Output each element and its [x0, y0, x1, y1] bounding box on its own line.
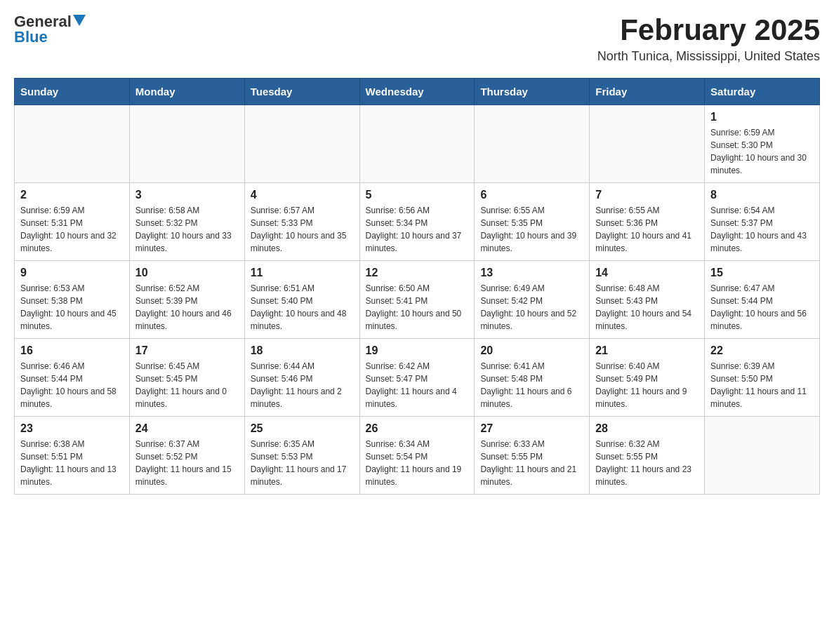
logo-arrow-icon — [73, 15, 86, 26]
calendar-day-header: Tuesday — [244, 79, 359, 105]
calendar-day-cell — [244, 105, 359, 183]
calendar-day-cell — [590, 105, 705, 183]
day-number: 5 — [366, 189, 469, 201]
day-number: 1 — [710, 111, 814, 123]
calendar-day-cell: 8Sunrise: 6:54 AMSunset: 5:37 PMDaylight… — [705, 183, 820, 261]
day-number: 6 — [480, 189, 583, 201]
calendar-day-cell: 7Sunrise: 6:55 AMSunset: 5:36 PMDaylight… — [590, 183, 705, 261]
day-info: Sunrise: 6:44 AMSunset: 5:46 PMDaylight:… — [251, 360, 354, 410]
day-info: Sunrise: 6:42 AMSunset: 5:47 PMDaylight:… — [366, 360, 469, 410]
day-number: 11 — [251, 267, 354, 279]
calendar-day-cell: 9Sunrise: 6:53 AMSunset: 5:38 PMDaylight… — [15, 261, 130, 339]
calendar-day-cell: 27Sunrise: 6:33 AMSunset: 5:55 PMDayligh… — [475, 417, 590, 495]
day-number: 12 — [366, 267, 469, 279]
day-info: Sunrise: 6:50 AMSunset: 5:41 PMDaylight:… — [366, 282, 469, 333]
day-number: 26 — [366, 422, 469, 435]
calendar-day-cell — [15, 105, 130, 183]
day-info: Sunrise: 6:53 AMSunset: 5:38 PMDaylight:… — [20, 282, 124, 333]
calendar-week-row: 9Sunrise: 6:53 AMSunset: 5:38 PMDaylight… — [15, 261, 820, 339]
calendar-week-row: 1Sunrise: 6:59 AMSunset: 5:30 PMDaylight… — [15, 105, 820, 183]
calendar-day-cell: 11Sunrise: 6:51 AMSunset: 5:40 PMDayligh… — [244, 261, 359, 339]
day-number: 23 — [20, 422, 124, 435]
day-info: Sunrise: 6:49 AMSunset: 5:42 PMDaylight:… — [480, 282, 583, 333]
day-number: 16 — [20, 344, 124, 357]
day-info: Sunrise: 6:37 AMSunset: 5:52 PMDaylight:… — [135, 438, 239, 488]
day-info: Sunrise: 6:57 AMSunset: 5:33 PMDaylight:… — [251, 204, 354, 255]
calendar-week-row: 16Sunrise: 6:46 AMSunset: 5:44 PMDayligh… — [15, 339, 820, 417]
location-title: North Tunica, Mississippi, United States — [597, 49, 820, 64]
day-info: Sunrise: 6:33 AMSunset: 5:55 PMDaylight:… — [480, 438, 583, 488]
calendar-day-cell: 12Sunrise: 6:50 AMSunset: 5:41 PMDayligh… — [359, 261, 475, 339]
day-number: 13 — [480, 267, 583, 279]
day-number: 18 — [251, 344, 354, 357]
calendar-day-cell: 16Sunrise: 6:46 AMSunset: 5:44 PMDayligh… — [15, 339, 130, 417]
logo-general-text: General — [14, 14, 72, 29]
calendar-day-cell: 19Sunrise: 6:42 AMSunset: 5:47 PMDayligh… — [359, 339, 475, 417]
day-info: Sunrise: 6:54 AMSunset: 5:37 PMDaylight:… — [710, 204, 814, 255]
day-number: 25 — [251, 422, 354, 435]
calendar-day-header: Thursday — [475, 79, 590, 105]
day-number: 19 — [366, 344, 469, 357]
day-number: 7 — [595, 189, 699, 201]
day-info: Sunrise: 6:52 AMSunset: 5:39 PMDaylight:… — [135, 282, 239, 333]
day-number: 3 — [135, 189, 239, 201]
calendar-week-row: 23Sunrise: 6:38 AMSunset: 5:51 PMDayligh… — [15, 417, 820, 495]
calendar-day-cell: 24Sunrise: 6:37 AMSunset: 5:52 PMDayligh… — [129, 417, 244, 495]
calendar-day-cell: 25Sunrise: 6:35 AMSunset: 5:53 PMDayligh… — [244, 417, 359, 495]
svg-marker-0 — [73, 15, 86, 26]
calendar-day-cell — [475, 105, 590, 183]
calendar-day-cell — [129, 105, 244, 183]
calendar-day-cell: 6Sunrise: 6:55 AMSunset: 5:35 PMDaylight… — [475, 183, 590, 261]
logo-blue-text: Blue — [14, 28, 48, 46]
day-info: Sunrise: 6:45 AMSunset: 5:45 PMDaylight:… — [135, 360, 239, 410]
day-info: Sunrise: 6:47 AMSunset: 5:44 PMDaylight:… — [710, 282, 814, 333]
calendar-week-row: 2Sunrise: 6:59 AMSunset: 5:31 PMDaylight… — [15, 183, 820, 261]
calendar-day-cell: 23Sunrise: 6:38 AMSunset: 5:51 PMDayligh… — [15, 417, 130, 495]
calendar-day-cell: 15Sunrise: 6:47 AMSunset: 5:44 PMDayligh… — [705, 261, 820, 339]
calendar-day-cell: 2Sunrise: 6:59 AMSunset: 5:31 PMDaylight… — [15, 183, 130, 261]
calendar-day-cell: 22Sunrise: 6:39 AMSunset: 5:50 PMDayligh… — [705, 339, 820, 417]
day-info: Sunrise: 6:46 AMSunset: 5:44 PMDaylight:… — [20, 360, 124, 410]
page-header: General Blue February 2025 North Tunica,… — [14, 14, 820, 64]
calendar-day-cell: 14Sunrise: 6:48 AMSunset: 5:43 PMDayligh… — [590, 261, 705, 339]
day-info: Sunrise: 6:59 AMSunset: 5:30 PMDaylight:… — [710, 126, 814, 177]
day-number: 20 — [480, 344, 583, 357]
day-number: 27 — [480, 422, 583, 435]
day-number: 22 — [710, 344, 814, 357]
calendar-day-cell: 13Sunrise: 6:49 AMSunset: 5:42 PMDayligh… — [475, 261, 590, 339]
calendar-header-row: SundayMondayTuesdayWednesdayThursdayFrid… — [15, 79, 820, 105]
day-number: 21 — [595, 344, 699, 357]
calendar-day-cell: 1Sunrise: 6:59 AMSunset: 5:30 PMDaylight… — [705, 105, 820, 183]
calendar-day-cell: 20Sunrise: 6:41 AMSunset: 5:48 PMDayligh… — [475, 339, 590, 417]
day-info: Sunrise: 6:58 AMSunset: 5:32 PMDaylight:… — [135, 204, 239, 255]
calendar-day-header: Monday — [129, 79, 244, 105]
logo: General Blue — [14, 14, 86, 45]
calendar-day-cell: 5Sunrise: 6:56 AMSunset: 5:34 PMDaylight… — [359, 183, 475, 261]
day-number: 2 — [20, 189, 124, 201]
calendar-table: SundayMondayTuesdayWednesdayThursdayFrid… — [14, 78, 820, 495]
day-info: Sunrise: 6:38 AMSunset: 5:51 PMDaylight:… — [20, 438, 124, 488]
calendar-day-header: Sunday — [15, 79, 130, 105]
calendar-day-header: Friday — [590, 79, 705, 105]
day-info: Sunrise: 6:59 AMSunset: 5:31 PMDaylight:… — [20, 204, 124, 255]
day-number: 10 — [135, 267, 239, 279]
calendar-day-header: Wednesday — [359, 79, 475, 105]
month-title: February 2025 — [597, 14, 820, 46]
day-number: 8 — [710, 189, 814, 201]
day-number: 14 — [595, 267, 699, 279]
day-info: Sunrise: 6:55 AMSunset: 5:36 PMDaylight:… — [595, 204, 699, 255]
day-info: Sunrise: 6:51 AMSunset: 5:40 PMDaylight:… — [251, 282, 354, 333]
day-number: 15 — [710, 267, 814, 279]
day-number: 28 — [595, 422, 699, 435]
calendar-day-cell: 18Sunrise: 6:44 AMSunset: 5:46 PMDayligh… — [244, 339, 359, 417]
day-info: Sunrise: 6:41 AMSunset: 5:48 PMDaylight:… — [480, 360, 583, 410]
day-number: 9 — [20, 267, 124, 279]
day-info: Sunrise: 6:39 AMSunset: 5:50 PMDaylight:… — [710, 360, 814, 410]
day-info: Sunrise: 6:32 AMSunset: 5:55 PMDaylight:… — [595, 438, 699, 488]
day-info: Sunrise: 6:48 AMSunset: 5:43 PMDaylight:… — [595, 282, 699, 333]
calendar-day-cell: 4Sunrise: 6:57 AMSunset: 5:33 PMDaylight… — [244, 183, 359, 261]
title-area: February 2025 North Tunica, Mississippi,… — [597, 14, 820, 64]
calendar-day-cell: 28Sunrise: 6:32 AMSunset: 5:55 PMDayligh… — [590, 417, 705, 495]
calendar-day-cell: 26Sunrise: 6:34 AMSunset: 5:54 PMDayligh… — [359, 417, 475, 495]
calendar-day-cell: 17Sunrise: 6:45 AMSunset: 5:45 PMDayligh… — [129, 339, 244, 417]
